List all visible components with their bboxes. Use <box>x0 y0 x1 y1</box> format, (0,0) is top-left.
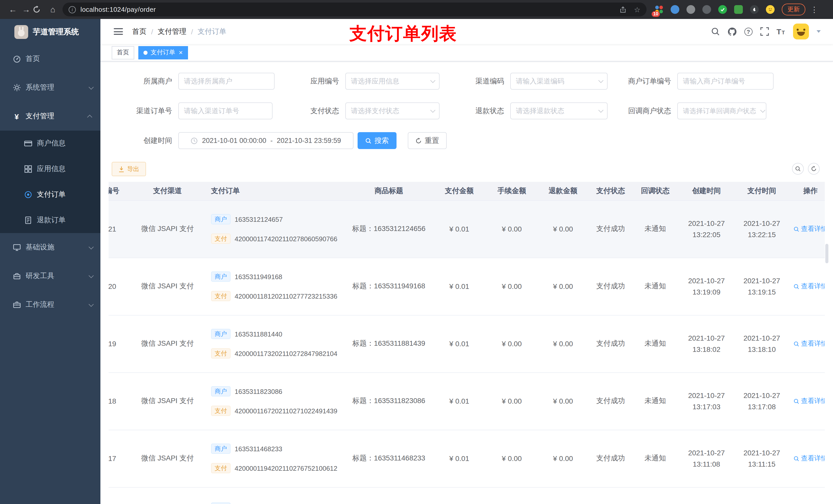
tab-pay-order[interactable]: 支付订单 × <box>138 46 188 59</box>
merchant-tag: 商户 <box>211 502 231 504</box>
chevron-down-icon <box>430 78 435 83</box>
card-icon <box>24 139 32 148</box>
sidebar-item-devtools[interactable]: 研发工具 <box>0 262 100 290</box>
app-logo: 芋道管理系统 <box>0 19 100 45</box>
refund-status-select[interactable]: 请选择退款状态 <box>510 102 608 119</box>
sidebar: 芋道管理系统 首页 系统管理 ¥ 支付管 <box>0 19 100 504</box>
merchant-select[interactable]: 请选择所属商户 <box>178 73 275 90</box>
col-pay-time: 支付时间 <box>735 182 788 200</box>
bookmark-star-icon[interactable]: ☆ <box>634 5 640 14</box>
extension-grid-icon[interactable]: 10 <box>655 5 663 14</box>
filter-label: 商户订单编号 <box>610 77 671 86</box>
col-channel: 支付渠道 <box>129 182 206 200</box>
refresh-table-button[interactable] <box>808 163 820 175</box>
browser-reload-icon[interactable] <box>33 6 46 13</box>
browser-back-icon[interactable]: ← <box>6 5 20 14</box>
yen-icon: ¥ <box>12 112 21 121</box>
page-content: 所属商户 请选择所属商户 应用编号 请选择应用信息 渠道编码 <box>100 62 833 504</box>
emoji-extension-icon[interactable] <box>766 5 775 14</box>
browser-menu-icon[interactable]: ⋮ <box>810 5 818 14</box>
table-row[interactable]: 18 微信 JSAPI 支付 商户1635311823086 支付4200001… <box>109 373 825 430</box>
filter-label: 渠道订单号 <box>116 106 172 116</box>
monitor-icon <box>12 243 21 252</box>
sidebar-item-home[interactable]: 首页 <box>0 45 100 73</box>
share-icon[interactable] <box>620 6 627 13</box>
sidebar-item-pay-order[interactable]: 支付订单 <box>0 182 100 208</box>
browser-chrome: ← → ⌂ i localhost:1024/pay/order ☆ 10 <box>0 0 833 19</box>
view-detail-link[interactable]: 查看详情 <box>793 224 825 234</box>
chevron-down-icon <box>598 107 603 113</box>
sidebar-item-workflow[interactable]: 工作流程 <box>0 290 100 319</box>
user-avatar[interactable] <box>793 24 809 40</box>
briefcase-icon <box>12 301 21 309</box>
avatar-dropdown-icon[interactable] <box>817 30 821 33</box>
status-text: 支付成功 <box>589 373 633 430</box>
pay-status-select[interactable]: 请选择支付状态 <box>345 102 439 119</box>
sidebar-item-app-info[interactable]: 应用信息 <box>0 156 100 182</box>
sidebar-item-infra[interactable]: 基础设施 <box>0 233 100 262</box>
drop-extension-icon[interactable] <box>671 5 679 14</box>
site-info-icon[interactable]: i <box>69 6 76 13</box>
table-row[interactable]: 19 微信 JSAPI 支付 商户1635311881440 支付4200001… <box>109 315 825 373</box>
extension-badge: 10 <box>652 11 660 17</box>
sidebar-item-label: 商户信息 <box>37 139 66 148</box>
view-detail-link[interactable]: 查看详情 <box>793 454 825 463</box>
col-status: 支付状态 <box>589 182 633 200</box>
filter-label: 应用编号 <box>283 77 339 86</box>
sidebar-item-merchant-info[interactable]: 商户信息 <box>0 130 100 156</box>
view-detail-link[interactable]: 查看详情 <box>793 397 825 406</box>
sidebar-item-payment[interactable]: ¥ 支付管理 <box>0 102 100 130</box>
view-detail-icon <box>793 284 799 289</box>
notify-status-select[interactable]: 请选择订单回调商户状态 <box>677 102 766 119</box>
gray-extension-icon[interactable] <box>687 5 695 14</box>
sidebar-menu: 首页 系统管理 ¥ 支付管理 <box>0 45 100 319</box>
view-detail-link[interactable]: 查看详情 <box>793 282 825 291</box>
pin-extension-icon[interactable] <box>750 5 759 14</box>
close-tab-icon[interactable]: × <box>179 49 183 56</box>
github-icon[interactable] <box>727 27 736 36</box>
table-row[interactable]: 21 微信 JSAPI 支付 商户1635312124657 支付4200001… <box>109 200 825 258</box>
view-detail-link[interactable]: 查看详情 <box>793 339 825 348</box>
browser-forward-icon[interactable]: → <box>20 5 33 14</box>
extensions-area: 10 <box>655 5 775 14</box>
export-button[interactable]: 导出 <box>112 162 146 176</box>
filter-label: 渠道编码 <box>448 77 504 86</box>
filter-label: 支付状态 <box>283 106 339 116</box>
table-row[interactable]: 17 微信 JSAPI 支付 商户1635311468233 支付4200001… <box>109 430 825 487</box>
check-extension-icon[interactable] <box>718 5 727 14</box>
app-select[interactable]: 请选择应用信息 <box>345 73 439 90</box>
table-row-partial[interactable]: 商户1635311151786 <box>109 487 825 504</box>
tags-view-bar: 首页 支付订单 × <box>100 44 833 62</box>
channel-code-select[interactable]: 请输入渠道编码 <box>510 73 608 90</box>
browser-home-icon[interactable]: ⌂ <box>46 5 60 14</box>
hamburger-icon[interactable] <box>114 28 123 35</box>
breadcrumb-home[interactable]: 首页 <box>132 27 146 36</box>
create-time-range-picker[interactable]: 2021-10-01 00:00:00 - 2021-10-31 23:59:5… <box>178 132 354 149</box>
fullscreen-icon[interactable] <box>760 27 769 36</box>
channel-order-no-input[interactable]: 请输入渠道订单号 <box>178 102 272 119</box>
toggle-search-button[interactable] <box>792 163 804 175</box>
merchant-order-no-input[interactable]: 请输入商户订单编号 <box>677 73 774 90</box>
breadcrumb-section[interactable]: 支付管理 <box>158 27 187 36</box>
table-row[interactable]: 20 微信 JSAPI 支付 商户1635311949168 支付4200001… <box>109 258 825 315</box>
browser-update-button[interactable]: 更新 <box>782 4 805 15</box>
scrollbar-thumb[interactable] <box>825 244 828 263</box>
sidebar-item-label: 支付订单 <box>37 190 66 199</box>
status-text: 支付成功 <box>589 430 633 487</box>
sidebar-item-label: 应用信息 <box>37 164 66 174</box>
tab-home[interactable]: 首页 <box>112 46 134 59</box>
sidebar-item-refund-order[interactable]: 退款订单 <box>0 208 100 233</box>
browser-address-bar[interactable]: i localhost:1024/pay/order ☆ <box>63 3 646 16</box>
help-icon[interactable]: ? <box>744 27 752 35</box>
col-create-time: 创建时间 <box>678 182 735 200</box>
chat-extension-icon[interactable] <box>734 5 743 14</box>
font-size-icon[interactable]: TT <box>777 27 785 36</box>
top-navbar: 首页 / 支付管理 / 支付订单 ? <box>100 19 833 44</box>
reset-button[interactable]: 重置 <box>408 132 447 149</box>
search-button[interactable]: 搜索 <box>358 132 397 149</box>
dark-extension-icon[interactable] <box>703 5 711 14</box>
chevron-down-icon <box>430 107 435 113</box>
pay-tag: 支付 <box>211 348 231 359</box>
search-icon[interactable] <box>711 27 719 36</box>
sidebar-item-system[interactable]: 系统管理 <box>0 73 100 102</box>
